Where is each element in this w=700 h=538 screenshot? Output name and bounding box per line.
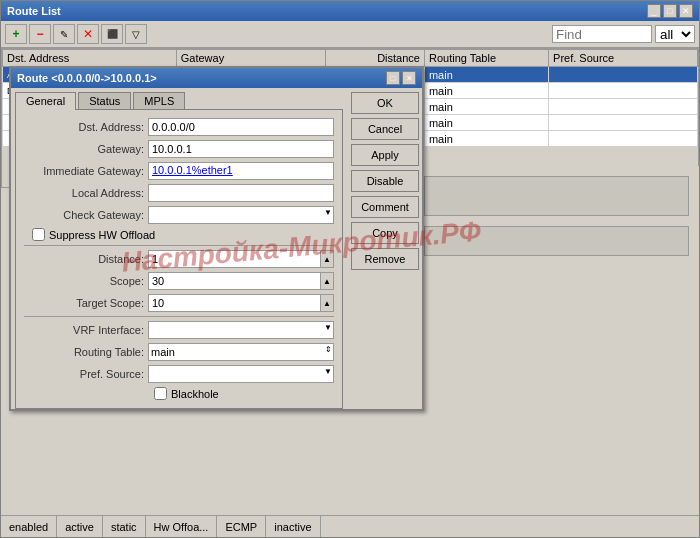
maximize-button[interactable]: □: [663, 4, 677, 18]
find-group: all: [552, 25, 695, 43]
dst-address-label: Dst. Address:: [24, 121, 144, 133]
dst-address-row: Dst. Address:: [24, 118, 334, 136]
scope-input[interactable]: [148, 272, 320, 290]
find-filter-select[interactable]: all: [655, 25, 695, 43]
copy-button[interactable]: Copy: [351, 222, 419, 244]
suppress-hw-offload-row: Suppress HW Offload: [32, 228, 334, 241]
add-button[interactable]: +: [5, 24, 27, 44]
ok-button[interactable]: OK: [351, 92, 419, 114]
blackhole-label: Blackhole: [171, 388, 219, 400]
pref-source-select-container: ▼: [148, 365, 334, 383]
close-button[interactable]: ✕: [679, 4, 693, 18]
dst-address-input[interactable]: [148, 118, 334, 136]
gateway-row: Gateway:: [24, 140, 334, 158]
vrf-interface-row: VRF Interface: ▼: [24, 321, 334, 339]
edit-button[interactable]: ✎: [53, 24, 75, 44]
remove-button[interactable]: Remove: [351, 248, 419, 270]
dialog-left-panel: General Status MPLS Dst. Address: Gatewa…: [11, 88, 347, 409]
reset-button[interactable]: ⬛: [101, 24, 123, 44]
distance-up-button[interactable]: ▲: [320, 250, 334, 268]
window-title: Route List: [7, 5, 61, 17]
dialog-maximize-button[interactable]: □: [386, 71, 400, 85]
gateway-input[interactable]: [148, 140, 334, 158]
cell-routing-table: main: [424, 131, 548, 147]
check-gateway-row: Check Gateway: ping arp ▼: [24, 206, 334, 224]
tab-bar: General Status MPLS: [11, 88, 347, 109]
gateway-label: Gateway:: [24, 143, 144, 155]
target-scope-up-button[interactable]: ▲: [320, 294, 334, 312]
distance-label: Distance:: [24, 253, 144, 265]
delete-button[interactable]: ✕: [77, 24, 99, 44]
minimize-button[interactable]: _: [647, 4, 661, 18]
vrf-interface-select-container: ▼: [148, 321, 334, 339]
separator-1: [24, 245, 334, 246]
dialog-title-bar: Route <0.0.0.0/0->10.0.0.1> □ ✕: [11, 68, 422, 88]
tab-content-general: Dst. Address: Gateway: Immediate Gateway…: [15, 109, 343, 409]
status-ecmp: ECMP: [217, 516, 266, 537]
main-window: Route List _ □ ✕ + − ✎ ✕ ⬛ ▽ all Dst. Ad…: [0, 0, 700, 538]
apply-button[interactable]: Apply: [351, 144, 419, 166]
toolbar: + − ✎ ✕ ⬛ ▽ all: [1, 21, 699, 48]
col-routing-table[interactable]: Routing Table: [424, 50, 548, 67]
routing-table-select-container: main ⇕: [148, 343, 334, 361]
cell-pref-source: [549, 67, 698, 83]
title-bar-buttons: _ □ ✕: [647, 4, 693, 18]
distance-input[interactable]: [148, 250, 320, 268]
vrf-interface-label: VRF Interface:: [24, 324, 144, 336]
immediate-gateway-value[interactable]: 10.0.0.1%ether1: [148, 162, 334, 180]
scope-spinbox: ▲: [148, 272, 334, 290]
comment-button[interactable]: Comment: [351, 196, 419, 218]
col-pref-source[interactable]: Pref. Source: [549, 50, 698, 67]
route-dialog: Route <0.0.0.0/0->10.0.0.1> □ ✕ General …: [9, 66, 424, 411]
vrf-interface-select[interactable]: [148, 321, 334, 339]
local-address-input[interactable]: [148, 184, 334, 202]
routing-table-row: Routing Table: main ⇕: [24, 343, 334, 361]
target-scope-row: Target Scope: ▲: [24, 294, 334, 312]
status-active: active: [57, 516, 103, 537]
find-input[interactable]: [552, 25, 652, 43]
disable-button[interactable]: Disable: [351, 170, 419, 192]
local-address-label: Local Address:: [24, 187, 144, 199]
remove-toolbar-button[interactable]: −: [29, 24, 51, 44]
status-hw-offload: Hw Offoa...: [146, 516, 218, 537]
pref-source-select[interactable]: [148, 365, 334, 383]
col-dst-address[interactable]: Dst. Address: [3, 50, 177, 67]
routing-table-label: Routing Table:: [24, 346, 144, 358]
tab-mpls[interactable]: MPLS: [133, 92, 185, 109]
immediate-gateway-row: Immediate Gateway: 10.0.0.1%ether1: [24, 162, 334, 180]
cell-pref-source: [549, 115, 698, 131]
distance-spinbox: ▲: [148, 250, 334, 268]
target-scope-label: Target Scope:: [24, 297, 144, 309]
status-bar: enabled active static Hw Offoa... ECMP i…: [1, 515, 699, 537]
suppress-hw-offload-checkbox[interactable]: [32, 228, 45, 241]
tab-general[interactable]: General: [15, 92, 76, 110]
status-static: static: [103, 516, 146, 537]
check-gateway-select[interactable]: ping arp: [148, 206, 334, 224]
right-panel-1: [424, 176, 689, 216]
check-gateway-select-container: ping arp ▼: [148, 206, 334, 224]
cell-routing-table: main: [424, 115, 548, 131]
target-scope-spinbox: ▲: [148, 294, 334, 312]
dialog-close-button[interactable]: ✕: [402, 71, 416, 85]
blackhole-checkbox[interactable]: [154, 387, 167, 400]
distance-row: Distance: ▲: [24, 250, 334, 268]
scope-row: Scope: ▲: [24, 272, 334, 290]
dialog-title-buttons: □ ✕: [386, 71, 416, 85]
title-bar: Route List _ □ ✕: [1, 1, 699, 21]
separator-2: [24, 316, 334, 317]
cancel-button[interactable]: Cancel: [351, 118, 419, 140]
scope-up-button[interactable]: ▲: [320, 272, 334, 290]
col-distance[interactable]: Distance: [325, 50, 424, 67]
target-scope-input[interactable]: [148, 294, 320, 312]
tab-status[interactable]: Status: [78, 92, 131, 109]
col-gateway[interactable]: Gateway: [176, 50, 325, 67]
routing-table-select[interactable]: main: [148, 343, 334, 361]
cell-pref-source: [549, 83, 698, 99]
status-enabled: enabled: [1, 516, 57, 537]
cell-pref-source: [549, 99, 698, 115]
immediate-gateway-label: Immediate Gateway:: [24, 165, 144, 177]
cell-routing-table: main: [424, 83, 548, 99]
suppress-hw-offload-label: Suppress HW Offload: [49, 229, 155, 241]
filter-button[interactable]: ▽: [125, 24, 147, 44]
cell-pref-source: [549, 131, 698, 147]
